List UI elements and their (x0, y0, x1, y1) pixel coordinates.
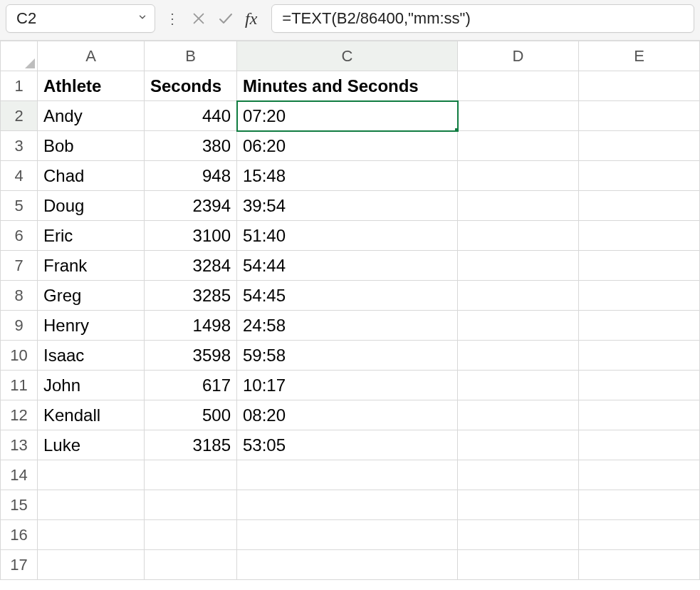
row-header-11[interactable]: 11 (1, 371, 38, 400)
cell-D4[interactable] (458, 161, 579, 191)
cell-A13[interactable]: Luke (38, 430, 145, 460)
cell-A15[interactable] (38, 490, 145, 520)
cell-B12[interactable]: 500 (145, 400, 237, 430)
row-header-8[interactable]: 8 (1, 281, 38, 311)
column-header-E[interactable]: E (579, 41, 700, 71)
cell-E4[interactable] (579, 161, 700, 191)
formula-bar[interactable] (271, 4, 694, 33)
cell-E5[interactable] (579, 191, 700, 221)
cell-C10[interactable]: 59:58 (237, 341, 458, 371)
row-header-1[interactable]: 1 (1, 71, 38, 101)
cell-D13[interactable] (458, 430, 579, 460)
cell-A2[interactable]: Andy (38, 101, 145, 131)
cell-D11[interactable] (458, 371, 579, 400)
cell-A3[interactable]: Bob (38, 131, 145, 161)
cell-D6[interactable] (458, 221, 579, 251)
cell-B14[interactable] (145, 460, 237, 490)
row-header-13[interactable]: 13 (1, 430, 38, 460)
column-header-C[interactable]: C (237, 41, 458, 71)
column-header-A[interactable]: A (38, 41, 145, 71)
chevron-down-icon[interactable] (137, 12, 147, 25)
cell-B16[interactable] (145, 520, 237, 550)
cell-E13[interactable] (579, 430, 700, 460)
cell-C13[interactable]: 53:05 (237, 430, 458, 460)
cell-E6[interactable] (579, 221, 700, 251)
cell-C1[interactable]: Minutes and Seconds (237, 71, 458, 101)
cell-B10[interactable]: 3598 (145, 341, 237, 371)
cell-C15[interactable] (237, 490, 458, 520)
row-header-12[interactable]: 12 (1, 400, 38, 430)
cell-D15[interactable] (458, 490, 579, 520)
cell-A14[interactable] (38, 460, 145, 490)
row-header-2[interactable]: 2 (1, 101, 38, 131)
cell-D7[interactable] (458, 251, 579, 281)
cell-E9[interactable] (579, 311, 700, 341)
select-all-corner[interactable] (1, 41, 38, 71)
cell-C16[interactable] (237, 520, 458, 550)
cell-A11[interactable]: John (38, 371, 145, 400)
cell-D5[interactable] (458, 191, 579, 221)
cell-E8[interactable] (579, 281, 700, 311)
cell-D12[interactable] (458, 400, 579, 430)
cell-D17[interactable] (458, 550, 579, 580)
cell-A16[interactable] (38, 520, 145, 550)
cell-C11[interactable]: 10:17 (237, 371, 458, 400)
cell-C4[interactable]: 15:48 (237, 161, 458, 191)
cell-B8[interactable]: 3285 (145, 281, 237, 311)
cell-A8[interactable]: Greg (38, 281, 145, 311)
cell-D2[interactable] (458, 101, 579, 131)
cell-D10[interactable] (458, 341, 579, 371)
cell-A9[interactable]: Henry (38, 311, 145, 341)
cell-A10[interactable]: Isaac (38, 341, 145, 371)
row-header-3[interactable]: 3 (1, 131, 38, 161)
cell-E1[interactable] (579, 71, 700, 101)
cell-A5[interactable]: Doug (38, 191, 145, 221)
row-header-17[interactable]: 17 (1, 550, 38, 580)
cell-A7[interactable]: Frank (38, 251, 145, 281)
cell-B13[interactable]: 3185 (145, 430, 237, 460)
row-header-10[interactable]: 10 (1, 341, 38, 371)
row-header-5[interactable]: 5 (1, 191, 38, 221)
cell-E3[interactable] (579, 131, 700, 161)
cell-E10[interactable] (579, 341, 700, 371)
cell-B2[interactable]: 440 (145, 101, 237, 131)
cell-E7[interactable] (579, 251, 700, 281)
cell-C3[interactable]: 06:20 (237, 131, 458, 161)
spreadsheet-grid[interactable]: ABCDE1AthleteSecondsMinutes and Seconds2… (0, 41, 700, 580)
cell-A12[interactable]: Kendall (38, 400, 145, 430)
cell-B15[interactable] (145, 490, 237, 520)
row-header-7[interactable]: 7 (1, 251, 38, 281)
cell-A1[interactable]: Athlete (38, 71, 145, 101)
cell-B4[interactable]: 948 (145, 161, 237, 191)
cell-C6[interactable]: 51:40 (237, 221, 458, 251)
cell-C8[interactable]: 54:45 (237, 281, 458, 311)
cell-E14[interactable] (579, 460, 700, 490)
fx-icon[interactable]: fx (244, 9, 258, 29)
cell-C7[interactable]: 54:44 (237, 251, 458, 281)
cell-B11[interactable]: 617 (145, 371, 237, 400)
cell-A17[interactable] (38, 550, 145, 580)
cell-C17[interactable] (237, 550, 458, 580)
name-box-input[interactable] (16, 9, 133, 28)
cell-C12[interactable]: 08:20 (237, 400, 458, 430)
cell-E12[interactable] (579, 400, 700, 430)
cell-E16[interactable] (579, 520, 700, 550)
name-box[interactable] (6, 4, 155, 33)
cell-E15[interactable] (579, 490, 700, 520)
cell-D3[interactable] (458, 131, 579, 161)
cell-B5[interactable]: 2394 (145, 191, 237, 221)
row-header-9[interactable]: 9 (1, 311, 38, 341)
row-header-14[interactable]: 14 (1, 460, 38, 490)
column-header-B[interactable]: B (145, 41, 237, 71)
formula-input[interactable] (282, 9, 684, 28)
row-header-4[interactable]: 4 (1, 161, 38, 191)
cell-D8[interactable] (458, 281, 579, 311)
cell-B3[interactable]: 380 (145, 131, 237, 161)
cell-B6[interactable]: 3100 (145, 221, 237, 251)
cell-E2[interactable] (579, 101, 700, 131)
cell-B1[interactable]: Seconds (145, 71, 237, 101)
cell-E11[interactable] (579, 371, 700, 400)
cell-E17[interactable] (579, 550, 700, 580)
cell-D1[interactable] (458, 71, 579, 101)
row-header-6[interactable]: 6 (1, 221, 38, 251)
